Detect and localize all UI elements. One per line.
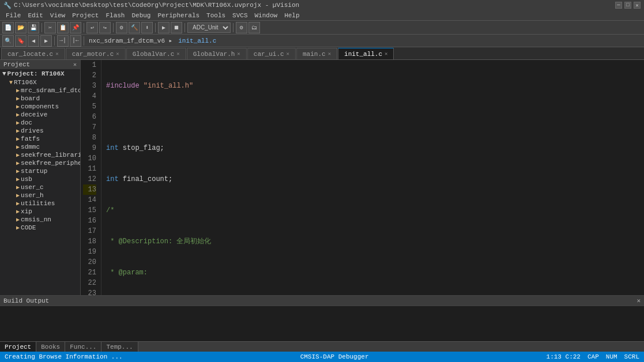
manage-button[interactable]: 🗂: [248, 22, 260, 33]
tab-car-locate[interactable]: car_locate.c ✕: [1, 48, 65, 59]
indent-button[interactable]: →|: [57, 35, 69, 47]
tab-car-ui[interactable]: car_ui.c ✕: [247, 48, 296, 59]
next-button[interactable]: ▶: [40, 35, 52, 47]
tab-car-motor[interactable]: car_motor.c ✕: [66, 48, 126, 59]
tab-label-main: main.c: [303, 51, 326, 58]
menu-peripherals[interactable]: Peripherals: [154, 10, 203, 20]
tree-item-code[interactable]: ▶ CODE: [0, 224, 80, 232]
tab-main[interactable]: main.c ✕: [296, 48, 337, 59]
menu-help[interactable]: Help: [281, 10, 303, 20]
tree-item-utilities[interactable]: ▶ utilities: [0, 199, 80, 208]
tree-item-mrc[interactable]: ▶ mrc_sdram_if_dtcm_v6: [0, 86, 80, 95]
tab-label-car-motor: car_motor.c: [72, 51, 114, 58]
tab-close-main[interactable]: ✕: [328, 51, 331, 57]
bookmark-button[interactable]: 🔖: [15, 35, 27, 47]
outdent-button[interactable]: |←: [70, 35, 81, 47]
tree-item-startup[interactable]: ▶ startup: [0, 167, 80, 175]
tab-close-globalvar-c[interactable]: ✕: [176, 51, 179, 57]
build-output-close[interactable]: ✕: [637, 297, 641, 304]
build-button[interactable]: ⚙: [116, 22, 127, 33]
bottom-tab-func[interactable]: Func...: [65, 341, 101, 352]
tab-globalvar-c[interactable]: GlobalVar.c ✕: [126, 48, 186, 59]
minimize-button[interactable]: —: [615, 2, 622, 9]
code-content[interactable]: #include "init_all.h" int stop_flag; int…: [101, 60, 644, 295]
bottom-tab-books[interactable]: Books: [36, 341, 65, 352]
download-button[interactable]: ⬇: [141, 22, 153, 33]
folder-icon-drives: ▶: [16, 127, 20, 134]
menu-project[interactable]: Project: [69, 10, 102, 20]
project-panel-close[interactable]: ✕: [73, 61, 77, 68]
tree-item-seekfree-per[interactable]: ▶ seekfree_peripheral: [0, 159, 80, 167]
tree-label-xip: xip: [21, 208, 32, 215]
tree-item-xip[interactable]: ▶ xip: [0, 208, 80, 216]
status-right: 1:13 C:22 CAP NUM SCRL: [547, 353, 639, 360]
target-dropdown[interactable]: ADC_Unit: [187, 22, 231, 33]
open-file-button[interactable]: 📂: [15, 22, 27, 33]
menu-flash[interactable]: Flash: [102, 10, 128, 20]
tab-label-globalvar-c: GlobalVar.c: [133, 51, 175, 58]
separator-5: [184, 23, 185, 32]
tab-close-car-motor[interactable]: ✕: [116, 51, 119, 57]
tree-item-drives[interactable]: ▶ drives: [0, 127, 80, 135]
bottom-tab-project-label: Project: [5, 344, 31, 350]
tree-label-utilities: utilities: [21, 200, 55, 207]
tree-item-deceive[interactable]: ▶ deceive: [0, 111, 80, 119]
tree-item-components[interactable]: ▶ components: [0, 103, 80, 111]
tree-item-doc[interactable]: ▶ doc: [0, 119, 80, 127]
tree-item-cmsis-nn[interactable]: ▶ cmsis_nn: [0, 216, 80, 224]
ln-21: 21: [83, 267, 96, 278]
tab-globalvar-h[interactable]: GlobalVar.h ✕: [187, 48, 247, 59]
paste-button[interactable]: 📌: [70, 22, 81, 33]
new-file-button[interactable]: 📄: [2, 22, 14, 33]
rebuild-button[interactable]: 🔨: [129, 22, 140, 33]
menu-svcs[interactable]: SVCS: [229, 10, 251, 20]
debug-start-button[interactable]: ▶: [158, 22, 170, 33]
maximize-button[interactable]: □: [624, 2, 631, 9]
menu-view[interactable]: View: [47, 10, 69, 20]
tab-close-init-all[interactable]: ✕: [385, 51, 387, 57]
bottom-tab-project[interactable]: Project: [0, 341, 36, 352]
save-button[interactable]: 💾: [28, 22, 39, 33]
ln-12: 12: [83, 174, 96, 184]
tab-close-car-ui[interactable]: ✕: [287, 51, 289, 57]
bottom-tab-temp[interactable]: Temp...: [101, 341, 138, 352]
menu-debug[interactable]: Debug: [128, 10, 154, 20]
menu-file[interactable]: File: [2, 10, 24, 20]
tree-item-user-c[interactable]: ▶ user_c: [0, 183, 80, 191]
folder-icon-code: ▶: [16, 224, 20, 231]
find-button[interactable]: 🔍: [2, 35, 14, 47]
tree-item-board[interactable]: ▶ board: [0, 95, 80, 103]
cut-button[interactable]: ✂: [44, 22, 56, 33]
line-numbers: 1 2 3 4 5 6 7 8 9 10 11 12 13 14 15 16 1: [81, 60, 101, 295]
tab-label-globalvar-h: GlobalVar.h: [193, 51, 235, 58]
title-text: C:\Users\vocinate\Desktop\test\CodeOrg\P…: [14, 2, 299, 9]
tree-expand-icon: ▼: [2, 70, 6, 77]
tree-item-fatfs[interactable]: ▶ fatfs: [0, 135, 80, 143]
options-button[interactable]: ⚙: [236, 22, 247, 33]
title-bar-controls: — □ ✕: [615, 2, 641, 9]
app-icon: 🔧: [3, 2, 12, 9]
ln-18: 18: [83, 236, 96, 247]
close-button[interactable]: ✕: [634, 2, 641, 9]
tab-close-car-locate[interactable]: ✕: [55, 51, 58, 57]
editor-area[interactable]: 1 2 3 4 5 6 7 8 9 10 11 12 13 14 15 16 1: [81, 60, 644, 295]
tree-item-usb[interactable]: ▶ usb: [0, 175, 80, 183]
tree-item-sdmmc[interactable]: ▶ sdmmc: [0, 143, 80, 151]
tree-project-root[interactable]: ▼ Project: RT106X: [0, 69, 80, 78]
tree-item-rtroot[interactable]: ▼ RT106X: [0, 78, 80, 86]
debug-stop-button[interactable]: ⏹: [171, 22, 182, 33]
menu-edit[interactable]: Edit: [24, 10, 46, 20]
tree-item-user-h[interactable]: ▶ user_h: [0, 191, 80, 199]
copy-button[interactable]: 📋: [57, 22, 69, 33]
ln-3: 3: [83, 81, 96, 91]
tab-close-globalvar-h[interactable]: ✕: [237, 51, 240, 57]
menu-window[interactable]: Window: [251, 10, 281, 20]
tab-init-all[interactable]: init_all.c ✕: [338, 48, 394, 59]
prev-button[interactable]: ◀: [28, 35, 39, 47]
redo-button[interactable]: ↪: [99, 22, 111, 33]
menu-tools[interactable]: Tools: [203, 10, 229, 20]
status-position: 1:13 C:22: [547, 353, 581, 360]
undo-button[interactable]: ↩: [86, 22, 98, 33]
tree-label-user-c: user_c: [21, 184, 44, 191]
tree-item-seekfree-lib[interactable]: ▶ seekfree_libraries: [0, 151, 80, 159]
